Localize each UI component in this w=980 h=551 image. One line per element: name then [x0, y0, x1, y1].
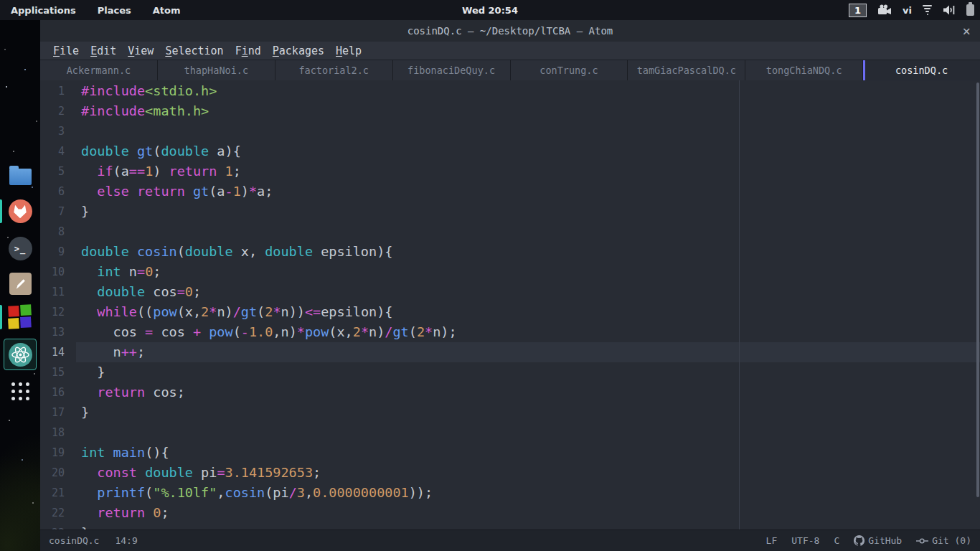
code-line-3[interactable]: 3: [40, 121, 980, 141]
line-number: 20: [40, 463, 76, 483]
network-icon[interactable]: [923, 5, 932, 15]
code-line-18[interactable]: 18: [40, 423, 980, 443]
volume-icon[interactable]: [943, 4, 956, 16]
app-grid-dot: [11, 390, 15, 393]
screencast-icon[interactable]: [877, 4, 892, 16]
code-line-11[interactable]: 11 double cos=0;: [40, 282, 980, 302]
line-number: 14: [40, 342, 76, 362]
line-number: 7: [40, 202, 76, 222]
line-number: 9: [40, 242, 76, 262]
status-c[interactable]: C: [834, 535, 839, 546]
code-line-10[interactable]: 10 int n=0;: [40, 262, 980, 282]
code-text: #include<math.h>: [76, 101, 980, 121]
tab-thapHaNoi.c[interactable]: thapHaNoi.c: [158, 60, 275, 80]
keyboard-layout-indicator[interactable]: vi: [903, 5, 912, 16]
menu-edit[interactable]: Edit: [85, 44, 122, 57]
code-line-23[interactable]: 23}: [40, 523, 980, 529]
code-line-22[interactable]: 22 return 0;: [40, 503, 980, 523]
status-lf[interactable]: LF: [766, 535, 778, 546]
code-text: while((pow(x,2*n)/gt(2*n))<=epsilon){: [76, 302, 980, 322]
code-text: }: [76, 523, 980, 529]
vertical-scrollbar-thumb[interactable]: [976, 83, 979, 497]
dock-item-show-apps[interactable]: [0, 382, 40, 400]
line-number: 1: [40, 81, 76, 101]
app-grid-dot: [11, 382, 15, 386]
code-line-19[interactable]: 19int main(){: [40, 443, 980, 463]
code-text: int main(){: [76, 443, 980, 463]
line-number: 11: [40, 282, 76, 302]
system-status-area: 1 vi: [849, 0, 974, 20]
code-text: if(a==1) return 1;: [76, 161, 980, 182]
code-text: #include<stdio.h>: [76, 81, 980, 101]
line-number: 4: [40, 141, 76, 161]
app-grid-dot: [26, 382, 29, 386]
status-filename[interactable]: cosinDQ.c: [49, 535, 99, 546]
dock-item-app-squares[interactable]: [0, 305, 40, 329]
code-line-16[interactable]: 16 return cos;: [40, 382, 980, 402]
wrap-guide-line: [739, 80, 740, 529]
code-text: [76, 222, 980, 242]
menu-selection[interactable]: Selection: [159, 44, 229, 57]
tab-tongChiaNDQ.c[interactable]: tongChiaNDQ.c: [745, 60, 863, 80]
code-line-4[interactable]: 4double gt(double a){: [40, 141, 980, 161]
dock-item-firefox[interactable]: [0, 199, 40, 223]
cursor-position[interactable]: 14:9: [115, 535, 137, 546]
code-line-14[interactable]: 14 n++;: [40, 342, 980, 362]
menu-help[interactable]: Help: [330, 44, 367, 57]
code-line-8[interactable]: 8: [40, 222, 980, 242]
line-number: 22: [40, 503, 76, 523]
code-line-5[interactable]: 5 if(a==1) return 1;: [40, 161, 980, 182]
close-button[interactable]: ×: [963, 20, 971, 42]
tab-factorial2.c[interactable]: factorial2.c: [275, 60, 393, 80]
code-text: return cos;: [76, 382, 980, 402]
code-line-6[interactable]: 6 else return gt(a-1)*a;: [40, 182, 980, 202]
files-icon: [9, 169, 32, 185]
code-text: }: [76, 202, 980, 222]
menu-view[interactable]: View: [122, 44, 159, 57]
line-number: 5: [40, 161, 76, 182]
line-number: 6: [40, 182, 76, 202]
code-line-20[interactable]: 20 const double pi=3.141592653;: [40, 463, 980, 483]
menu-file[interactable]: File: [47, 44, 85, 57]
dock-item-text-editor[interactable]: [0, 273, 40, 295]
tab-Ackermann.c[interactable]: Ackermann.c: [40, 60, 158, 80]
code-line-12[interactable]: 12 while((pow(x,2*n)/gt(2*n))<=epsilon){: [40, 302, 980, 322]
menu-find[interactable]: Find: [230, 44, 267, 57]
text-editor-icon: [9, 273, 32, 295]
code-text: [76, 423, 980, 443]
battery-icon[interactable]: [966, 4, 974, 16]
code-line-7[interactable]: 7}: [40, 202, 980, 222]
code-line-15[interactable]: 15 }: [40, 362, 980, 382]
code-line-1[interactable]: 1#include<stdio.h>: [40, 81, 980, 101]
status-git-0-[interactable]: Git (0): [916, 535, 971, 546]
dock-item-files[interactable]: [0, 165, 40, 185]
line-number: 17: [40, 402, 76, 423]
status-bar: cosinDQ.c 14:9 LFUTF-8CGitHubGit (0): [40, 529, 980, 551]
status-utf-8[interactable]: UTF-8: [791, 535, 819, 546]
code-text: cos = cos + pow(-1.0,n)*pow(x,2*n)/gt(2*…: [76, 322, 980, 342]
code-text: }: [76, 402, 980, 423]
line-number: 13: [40, 322, 76, 342]
tab-cosinDQ.c[interactable]: cosinDQ.c: [863, 60, 980, 80]
dock-item-terminal[interactable]: >_: [0, 237, 40, 260]
app-grid-dot: [26, 390, 29, 393]
code-editor[interactable]: 1#include<stdio.h>2#include<math.h>34dou…: [40, 80, 980, 529]
window-title: cosinDQ.c — ~/Desktop/lTCBA — Atom: [40, 25, 980, 37]
dock-item-atom[interactable]: [0, 339, 40, 370]
clock[interactable]: Wed 20:54: [0, 5, 980, 16]
code-line-2[interactable]: 2#include<math.h>: [40, 101, 980, 121]
git-branch-icon: [916, 537, 928, 545]
menu-packages[interactable]: Packages: [267, 44, 330, 57]
gnome-top-bar: ApplicationsPlacesAtom Wed 20:54 1 vi: [0, 0, 980, 20]
code-line-21[interactable]: 21 printf("%.10lf",cosin(pi/3,0.00000000…: [40, 483, 980, 503]
window-titlebar[interactable]: cosinDQ.c — ~/Desktop/lTCBA — Atom ×: [40, 20, 980, 42]
app-grid-dot: [26, 397, 29, 400]
tab-fibonaciDeQuy.c[interactable]: fibonaciDeQuy.c: [393, 60, 511, 80]
code-line-13[interactable]: 13 cos = cos + pow(-1.0,n)*pow(x,2*n)/gt…: [40, 322, 980, 342]
workspace-badge[interactable]: 1: [849, 4, 867, 17]
status-github[interactable]: GitHub: [854, 535, 902, 546]
tab-tamGiacPascalDQ.c[interactable]: tamGiacPascalDQ.c: [628, 60, 745, 80]
code-line-17[interactable]: 17}: [40, 402, 980, 423]
code-line-9[interactable]: 9double cosin(double x, double epsilon){: [40, 242, 980, 262]
tab-conTrung.c[interactable]: conTrung.c: [511, 60, 628, 80]
